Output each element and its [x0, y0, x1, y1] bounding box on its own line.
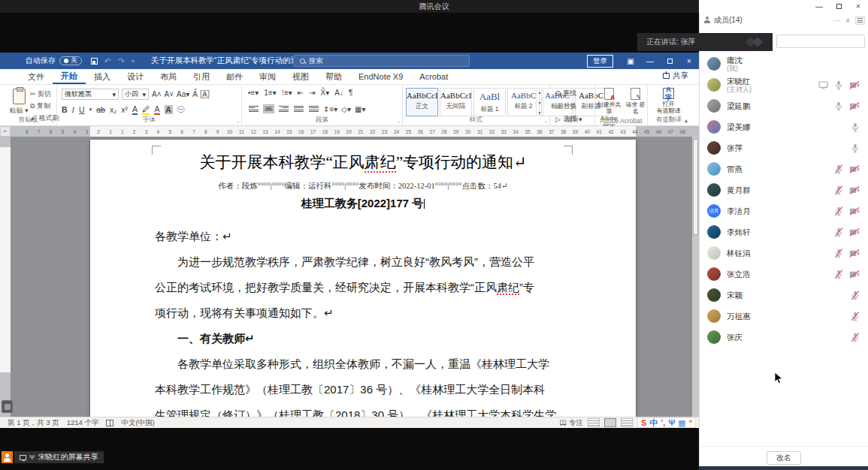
decrease-indent-icon[interactable]: ⇤	[298, 89, 304, 97]
font-dialog-launcher-icon[interactable]: ⌟	[237, 118, 239, 124]
print-layout-icon[interactable]	[604, 418, 616, 427]
enclose-characters-icon[interactable]: ㊀	[177, 104, 186, 115]
member-row[interactable]: 雷燕	[700, 158, 868, 179]
chinese-mode-icon[interactable]: 中	[649, 417, 658, 428]
paragraph-dialog-launcher-icon[interactable]: ⌟	[398, 118, 400, 124]
tab-审阅[interactable]: 审阅	[251, 69, 284, 84]
styles-down-icon[interactable]: ▾	[538, 100, 540, 105]
tab-引用[interactable]: 引用	[185, 69, 218, 84]
voice-input-icon[interactable]: Ψ	[668, 417, 675, 428]
underline-dropdown-icon[interactable]: ▾	[89, 107, 92, 113]
superscript-icon[interactable]: x²	[121, 105, 128, 114]
member-row[interactable]: 洁月李洁月	[700, 200, 868, 221]
sharer-avatar-icon[interactable]	[2, 451, 13, 463]
word-count[interactable]: 1214 个字	[67, 418, 99, 428]
member-camera-off-icon[interactable]	[849, 249, 860, 258]
justify-icon[interactable]	[293, 104, 304, 113]
member-screen-share-icon[interactable]	[818, 81, 828, 89]
quick-access-dropdown-icon[interactable]: ▾	[132, 58, 135, 65]
member-row[interactable]: 林钰涓	[700, 243, 868, 264]
member-mic-on-icon[interactable]	[834, 101, 843, 111]
style-card[interactable]: AaBbC标题 2	[507, 88, 540, 116]
sogou-logo-icon[interactable]: S	[641, 417, 646, 428]
youdao-open-button[interactable]: A字 打开 有道翻译	[656, 88, 681, 114]
word-scrollbar[interactable]	[692, 137, 699, 417]
align-right-icon[interactable]	[278, 104, 289, 113]
language-indicator[interactable]: 中文(中国)	[121, 418, 154, 428]
members-close-icon[interactable]: ×	[845, 17, 850, 25]
member-camera-off-icon[interactable]	[849, 228, 860, 237]
tab-开始[interactable]: 开始	[53, 69, 86, 84]
member-camera-off-icon[interactable]	[849, 165, 860, 173]
read-mode-icon[interactable]	[588, 418, 600, 427]
show-marks-icon[interactable]: ¶	[349, 89, 352, 97]
line-spacing-icon[interactable]: ⇕≡▾	[323, 105, 337, 113]
word-search-box[interactable]: 搜索	[293, 55, 470, 67]
member-camera-off-icon[interactable]	[849, 186, 860, 194]
word-minimize-icon[interactable]: —	[640, 53, 660, 69]
page-indicator[interactable]: 第 1 页，共 3 页	[8, 418, 59, 428]
bullets-icon[interactable]: •≡▾	[248, 89, 259, 97]
numbering-icon[interactable]: 1≡▾	[264, 89, 276, 97]
tab-selector-icon[interactable]: ⌐	[0, 126, 11, 137]
align-center-icon[interactable]	[263, 104, 274, 113]
character-shading-icon[interactable]: A	[165, 105, 173, 114]
tab-Acrobat[interactable]: Acrobat	[411, 69, 456, 84]
word-close-icon[interactable]: ×	[679, 53, 699, 69]
panel-menu-icon[interactable]	[855, 17, 865, 25]
member-row[interactable]: 庸沈(我)	[700, 53, 868, 74]
sort-icon[interactable]: A↓	[334, 89, 343, 97]
subscript-icon[interactable]: x₂	[110, 105, 116, 114]
underline-icon[interactable]: U	[79, 105, 85, 114]
member-mic-off-icon[interactable]	[834, 206, 843, 216]
member-camera-off-icon[interactable]	[849, 81, 860, 89]
toolbox-icon[interactable]: *	[689, 417, 692, 428]
vertical-ruler[interactable]	[0, 137, 11, 417]
member-mic-off-icon[interactable]	[834, 185, 843, 195]
web-layout-icon[interactable]	[621, 418, 633, 427]
tab-帮助[interactable]: 帮助	[317, 69, 350, 84]
signin-button[interactable]: 登录	[587, 55, 613, 68]
member-mic-on-icon[interactable]	[834, 80, 843, 90]
styles-more-icon[interactable]: ▾̱	[538, 110, 540, 115]
ribbon-display-icon[interactable]: ▣	[621, 53, 640, 69]
tab-文件[interactable]: 文件	[20, 69, 53, 84]
member-row[interactable]: 张庆	[700, 327, 868, 348]
autosave-toggle[interactable]: 关	[59, 56, 82, 65]
bold-icon[interactable]: B	[62, 105, 68, 114]
member-mic-on-icon[interactable]	[851, 143, 860, 153]
member-row[interactable]: 张萍	[700, 137, 868, 158]
font-color-icon[interactable]: A	[154, 104, 159, 115]
paste-button[interactable]: 粘贴 ▾	[6, 89, 32, 116]
italic-icon[interactable]: I	[72, 106, 75, 114]
change-case-icon[interactable]: Aa▾	[177, 90, 189, 98]
member-mic-off-icon[interactable]	[834, 164, 843, 174]
multilevel-list-icon[interactable]: ⁝≡▾	[282, 89, 292, 97]
style-card[interactable]: AaBbCcDc无间隔	[440, 88, 472, 116]
copy-button[interactable]: ⧉ 复制	[30, 101, 59, 111]
phonetic-guide-icon[interactable]: A̋	[192, 90, 198, 98]
member-mic-on-icon[interactable]	[851, 122, 860, 132]
word-share-button[interactable]: 共享	[663, 71, 688, 81]
focus-mode-button[interactable]: 🕮 专注	[560, 418, 583, 428]
member-row[interactable]: 宋颖	[700, 285, 868, 306]
member-mic-off-icon[interactable]	[834, 270, 843, 279]
members-more-icon[interactable]: ···	[833, 17, 840, 25]
member-row[interactable]: 梁延鹏	[700, 95, 868, 116]
shrink-font-icon[interactable]: A˅	[165, 90, 174, 98]
tab-视图[interactable]: 视图	[284, 69, 317, 84]
shading-icon[interactable]: ◇▾	[341, 105, 351, 113]
collapse-ribbon-icon[interactable]: ▴	[685, 117, 688, 124]
member-mic-off-icon[interactable]	[851, 333, 860, 342]
member-mic-off-icon[interactable]	[834, 227, 843, 237]
font-size-select[interactable]: 小四▾	[122, 89, 149, 100]
horizontal-ruler[interactable]: 8765432112345678910111213141516171819202…	[11, 126, 699, 137]
share-badge[interactable]: Ψ 宋晓红的屏幕共享	[14, 451, 104, 463]
member-mic-off-icon[interactable]	[851, 312, 860, 321]
document-page[interactable]: 关于开展本科教学“正风肃纪”专项行动的通知↵ 作者：段炼°°°°|°°°°编辑：…	[90, 140, 636, 417]
tab-EndNote X9[interactable]: EndNote X9	[350, 69, 411, 84]
asian-layout-icon[interactable]: X̂▾	[321, 89, 330, 97]
tab-插入[interactable]: 插入	[86, 69, 119, 84]
align-left-icon[interactable]	[248, 104, 259, 113]
member-row[interactable]: 梁美娜	[700, 116, 868, 137]
